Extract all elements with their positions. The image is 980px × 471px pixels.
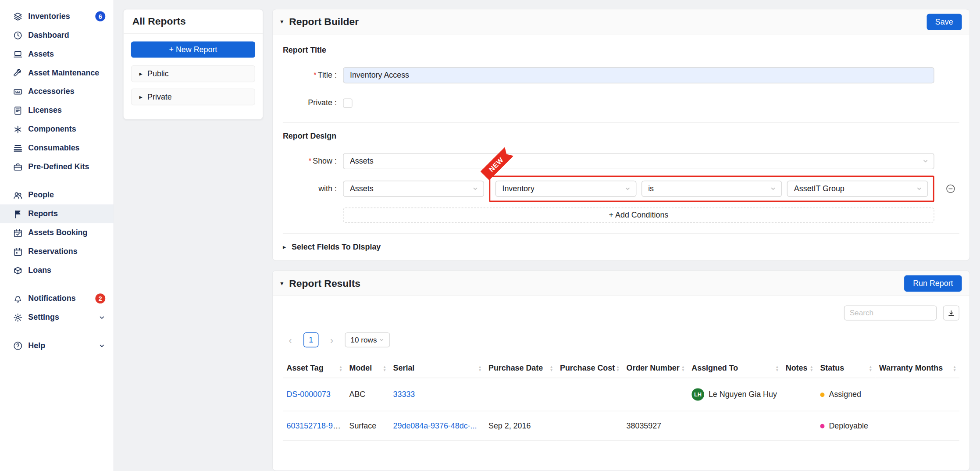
chevron-down-icon: [923, 158, 929, 164]
wrench-icon: [13, 68, 23, 78]
people-icon: [13, 190, 23, 200]
add-conditions-button[interactable]: + Add Conditions: [343, 207, 934, 222]
caret-right-icon: ▸: [283, 244, 286, 250]
column-header-assigned-to[interactable]: Assigned To▴▾: [688, 359, 782, 378]
column-header-status[interactable]: Status▴▾: [816, 359, 875, 378]
pagination-page-1[interactable]: 1: [303, 332, 318, 347]
asset-tag-link[interactable]: DS-0000073: [287, 390, 331, 399]
folder-label: Private: [147, 93, 172, 101]
show-select[interactable]: Assets: [343, 153, 934, 169]
chevron-down-icon: [916, 186, 922, 192]
new-report-button[interactable]: + New Report: [131, 41, 255, 57]
asset-tag-link[interactable]: 603152718-9123: [287, 421, 346, 430]
column-header-model[interactable]: Model▴▾: [346, 359, 389, 378]
condition-highlight-box: NEW Inventory is: [489, 175, 934, 202]
pagination-prev-button[interactable]: ‹: [283, 332, 298, 347]
sidebar-item-components[interactable]: Components: [0, 120, 114, 139]
title-input[interactable]: [343, 67, 934, 83]
sidebar-item-accessories[interactable]: Accessories: [0, 82, 114, 101]
sidebar-item-label: Notifications: [28, 294, 95, 303]
run-report-button[interactable]: Run Report: [904, 275, 962, 291]
sort-icon: ▴▾: [550, 365, 552, 371]
sidebar-item-label: Settings: [28, 313, 98, 322]
sidebar-item-label: Pre-Defined Kits: [28, 162, 105, 171]
warranty-cell: [875, 378, 959, 411]
sidebar-item-label: Licenses: [28, 106, 105, 115]
status-cell: Assigned: [820, 390, 871, 399]
column-header-purchase-cost[interactable]: Purchase Cost▴▾: [556, 359, 623, 378]
folder-private[interactable]: ▸ Private: [131, 89, 255, 106]
condition-operator-select[interactable]: is: [641, 181, 782, 197]
download-icon: [948, 309, 955, 317]
sidebar-item-dashboard[interactable]: Dashboard: [0, 26, 114, 45]
sidebar-item-consumables[interactable]: Consumables: [0, 139, 114, 157]
sidebar-item-reports[interactable]: Reports: [0, 204, 114, 223]
title-label: *Title :: [283, 71, 337, 80]
laptop-icon: [13, 49, 23, 59]
order-number-cell: 38035927: [623, 411, 688, 440]
serial-link[interactable]: 33333: [393, 390, 415, 399]
table-row: DS-0000073 ABC 33333 LHLe Nguyen Gia Huy…: [283, 378, 959, 411]
sidebar-item-assets[interactable]: Assets: [0, 45, 114, 64]
sidebar-item-reservations[interactable]: Reservations: [0, 242, 114, 261]
column-header-warranty-months[interactable]: Warranty Months▴▾: [875, 359, 959, 378]
purchase-date-cell: [485, 378, 556, 411]
report-results-header[interactable]: ▾ Report Results Run Report: [273, 271, 969, 296]
condition-field-select[interactable]: Inventory: [495, 181, 636, 197]
pagination-next-button[interactable]: ›: [324, 332, 339, 347]
sidebar-item-licenses[interactable]: Licenses: [0, 101, 114, 120]
column-header-order-number[interactable]: Order Number▴▾: [623, 359, 688, 378]
private-checkbox[interactable]: [343, 98, 352, 107]
column-header-purchase-date[interactable]: Purchase Date▴▾: [485, 359, 556, 378]
sort-icon: ▴▾: [479, 365, 481, 371]
sidebar-item-pre-defined-kits[interactable]: Pre-Defined Kits: [0, 157, 114, 176]
help-icon: [13, 340, 23, 350]
sidebar-item-loans[interactable]: Loans: [0, 261, 114, 280]
chevron-down-icon: [99, 314, 106, 321]
serial-link[interactable]: 29de084a-9376-48dc-...: [393, 421, 477, 430]
all-reports-panel: All Reports + New Report ▸ Public ▸ Priv…: [123, 9, 263, 120]
select-fields-label: Select Fields To Display: [292, 243, 381, 251]
sort-icon: ▴▾: [870, 365, 872, 371]
sidebar-item-people[interactable]: People: [0, 186, 114, 204]
sidebar-item-inventories[interactable]: Inventories 6: [0, 7, 114, 26]
folder-public[interactable]: ▸ Public: [131, 65, 255, 82]
model-cell: Surface: [346, 411, 389, 440]
caret-right-icon: ▸: [139, 94, 142, 100]
remove-condition-button[interactable]: [945, 184, 955, 194]
caret-down-icon: ▾: [280, 18, 283, 25]
status-cell: Deployable: [820, 421, 871, 430]
chevron-down-icon: [624, 186, 631, 192]
report-builder-header[interactable]: ▾ Report Builder Save: [273, 9, 969, 34]
sidebar-item-assets-booking[interactable]: Assets Booking: [0, 223, 114, 242]
sidebar-item-notifications[interactable]: Notifications 2: [0, 289, 114, 308]
sidebar-item-label: Dashboard: [28, 31, 105, 39]
sidebar-item-asset-maintenance[interactable]: Asset Maintenance: [0, 63, 114, 82]
select-fields-toggle[interactable]: ▸ Select Fields To Display: [283, 234, 959, 260]
keyboard-icon: [13, 86, 23, 96]
sort-icon: ▴▾: [811, 365, 813, 371]
save-button[interactable]: Save: [927, 14, 962, 30]
download-button[interactable]: [943, 305, 959, 320]
sidebar-item-help[interactable]: Help: [0, 336, 114, 355]
table-header-row: Asset Tag▴▾ Model▴▾ Serial▴▾ Purchase Da…: [283, 359, 959, 378]
column-header-serial[interactable]: Serial▴▾: [389, 359, 485, 378]
rows-per-page-select[interactable]: 10 rows: [345, 332, 390, 347]
sidebar-item-label: Asset Maintenance: [28, 68, 105, 77]
sort-icon: ▴▾: [384, 365, 386, 371]
model-cell: ABC: [346, 378, 389, 411]
with-label: with :: [283, 184, 337, 193]
report-results-panel: ▾ Report Results Run Report ‹ 1 ›: [272, 270, 970, 471]
purchase-date-cell: Sep 2, 2016: [485, 411, 556, 440]
column-header-notes[interactable]: Notes▴▾: [782, 359, 816, 378]
notifications-count-badge: 2: [95, 293, 105, 303]
order-number-cell: [623, 378, 688, 411]
search-input[interactable]: [844, 305, 937, 320]
with-entity-select[interactable]: Assets: [343, 181, 484, 197]
condition-value-select[interactable]: AssetIT Group: [787, 181, 928, 197]
column-header-asset-tag[interactable]: Asset Tag▴▾: [283, 359, 346, 378]
sidebar-item-settings[interactable]: Settings: [0, 308, 114, 327]
calendar-icon: [13, 246, 23, 257]
box-icon: [13, 265, 23, 275]
sidebar-item-label: Reports: [28, 210, 105, 218]
